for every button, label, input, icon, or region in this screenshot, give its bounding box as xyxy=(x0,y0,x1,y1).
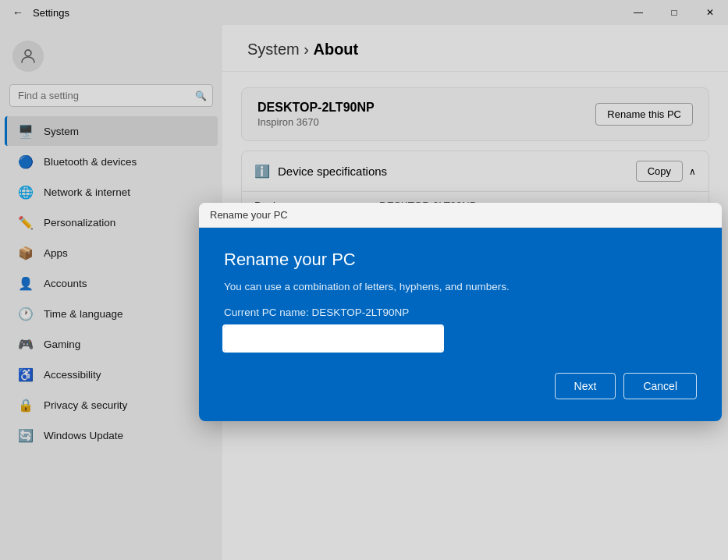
dialog-buttons: Next Cancel xyxy=(224,370,697,399)
dialog-body: Rename your PC You can use a combination… xyxy=(199,228,722,421)
dialog-next-button[interactable]: Next xyxy=(555,373,616,399)
dialog-cancel-button[interactable]: Cancel xyxy=(623,373,697,399)
dialog-current-name: Current PC name: DESKTOP-2LT90NP xyxy=(224,307,697,318)
dialog-name-input[interactable] xyxy=(224,326,442,351)
rename-dialog: Rename your PC Rename your PC You can us… xyxy=(199,203,722,421)
dialog-titlebar: Rename your PC xyxy=(199,203,722,228)
dialog-titlebar-text: Rename your PC xyxy=(210,209,288,221)
dialog-description: You can use a combination of letters, hy… xyxy=(224,281,697,292)
dialog-title: Rename your PC xyxy=(224,250,697,270)
